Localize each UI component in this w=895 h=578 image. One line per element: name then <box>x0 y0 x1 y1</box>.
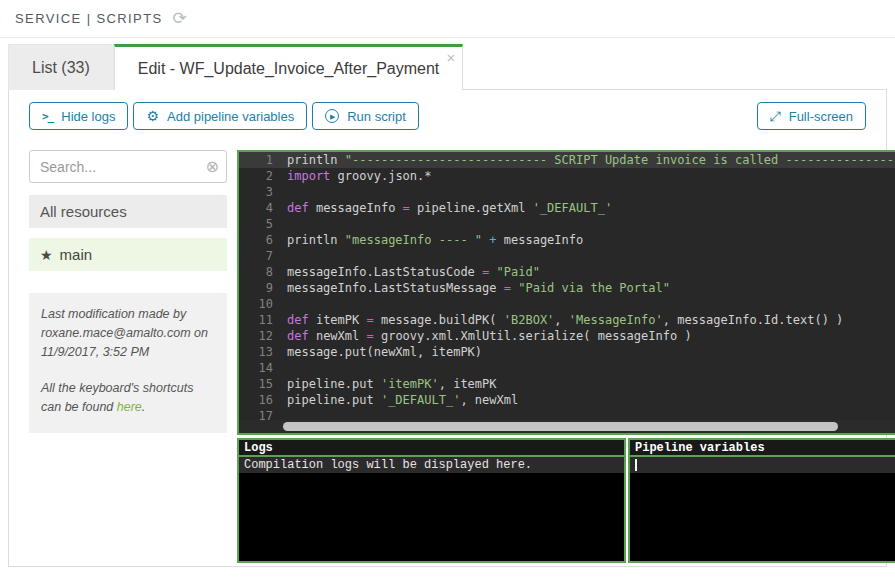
star-icon: ★ <box>40 247 53 263</box>
tab-list[interactable]: List (33) <box>8 44 114 90</box>
line-number: 9 <box>239 280 273 296</box>
main-panel: >_ Hide logs ⚙ Add pipeline variables ▶ … <box>8 89 887 567</box>
add-pipeline-variables-label: Add pipeline variables <box>167 109 294 124</box>
clear-search-icon[interactable]: ⊗ <box>206 157 219 176</box>
shortcuts-link[interactable]: here <box>117 400 142 414</box>
sidebar-item-all-resources[interactable]: All resources <box>29 195 227 228</box>
full-screen-button[interactable]: ⤢ Full-screen <box>757 102 867 130</box>
line-number: 12 <box>239 328 273 344</box>
shortcuts-text: All the keyboard's shortcuts can be foun… <box>41 379 215 417</box>
play-icon: ▶ <box>325 109 339 123</box>
code-line: 1println "--------------------------- SC… <box>239 152 895 168</box>
pipeline-variables-panel: Pipeline variables <box>628 438 895 563</box>
line-number: 16 <box>239 392 273 408</box>
add-pipeline-variables-button[interactable]: ⚙ Add pipeline variables <box>133 102 307 130</box>
tab-bar: List (33) Edit - WF_Update_Invoice_After… <box>8 44 887 90</box>
code-line: 16pipeline.put '_DEFAULT_', newXml <box>239 392 895 408</box>
line-number: 13 <box>239 344 273 360</box>
line-number: 6 <box>239 232 273 248</box>
horizontal-scrollbar-thumb[interactable] <box>283 422 838 431</box>
line-number: 8 <box>239 264 273 280</box>
sidebar-item-label: All resources <box>40 203 127 220</box>
hide-logs-button[interactable]: >_ Hide logs <box>29 102 128 130</box>
line-number: 2 <box>239 168 273 184</box>
info-box: Last modification made by roxane.mace@am… <box>29 293 227 433</box>
text-cursor <box>635 459 637 471</box>
code-line: 7 <box>239 248 895 264</box>
line-number: 17 <box>239 408 273 420</box>
line-number: 4 <box>239 200 273 216</box>
terminal-icon: >_ <box>42 111 53 122</box>
breadcrumb: SERVICE | SCRIPTS <box>15 11 163 26</box>
run-script-button[interactable]: ▶ Run script <box>312 102 419 130</box>
tab-list-label: List (33) <box>32 59 90 77</box>
refresh-icon[interactable]: ⟳ <box>173 10 187 27</box>
code-line: 12def newXml = groovy.xml.XmlUtil.serial… <box>239 328 895 344</box>
line-number: 3 <box>239 184 273 200</box>
code-line: 8messageInfo.LastStatusCode = "Paid" <box>239 264 895 280</box>
code-line: 5 <box>239 216 895 232</box>
code-line: 13message.put(newXml, itemPK) <box>239 344 895 360</box>
logs-message: Compilation logs will be displayed here. <box>239 457 624 473</box>
logs-panel-title: Logs <box>239 440 624 457</box>
horizontal-scrollbar[interactable] <box>239 420 895 433</box>
code-line: 17 <box>239 408 895 420</box>
code-editor[interactable]: 1println "--------------------------- SC… <box>237 150 895 435</box>
code-line: 4def messageInfo = pipeline.getXml '_DEF… <box>239 200 895 216</box>
line-number: 14 <box>239 360 273 376</box>
tab-edit-label: Edit - WF_Update_Invoice_After_Payment <box>138 60 439 78</box>
code-line: 15pipeline.put 'itemPK', itemPK <box>239 376 895 392</box>
code-lines: 1println "--------------------------- SC… <box>239 152 895 420</box>
run-script-label: Run script <box>347 109 406 124</box>
tab-edit[interactable]: Edit - WF_Update_Invoice_After_Payment × <box>114 44 463 90</box>
code-line: 14 <box>239 360 895 376</box>
close-icon[interactable]: × <box>447 50 456 65</box>
search-input[interactable] <box>29 150 227 183</box>
sidebar: ⊗ All resources ★ main Last modification… <box>29 150 227 563</box>
gears-icon: ⚙ <box>146 109 159 123</box>
last-modification-text: Last modification made by roxane.mace@am… <box>41 305 215 361</box>
hide-logs-label: Hide logs <box>61 109 115 124</box>
search-box: ⊗ <box>29 150 227 183</box>
code-line: 6println "messageInfo ---- " + messageIn… <box>239 232 895 248</box>
code-line: 10 <box>239 296 895 312</box>
top-bar: SERVICE | SCRIPTS ⟳ <box>0 0 895 38</box>
line-number: 7 <box>239 248 273 264</box>
full-screen-label: Full-screen <box>789 109 853 124</box>
toolbar: >_ Hide logs ⚙ Add pipeline variables ▶ … <box>19 102 876 130</box>
pipeline-variables-title: Pipeline variables <box>630 440 895 457</box>
logs-panel: Logs Compilation logs will be displayed … <box>237 438 626 563</box>
code-line: 11def itemPK = message.buildPK( 'B2BOX',… <box>239 312 895 328</box>
pipeline-variables-line <box>630 457 895 473</box>
fullscreen-icon: ⤢ <box>770 109 781 123</box>
shortcuts-suffix: . <box>142 400 145 414</box>
code-line: 9messageInfo.LastStatusMessage = "Paid v… <box>239 280 895 296</box>
code-line: 3 <box>239 184 895 200</box>
line-number: 11 <box>239 312 273 328</box>
sidebar-item-label: main <box>60 246 93 263</box>
line-number: 5 <box>239 216 273 232</box>
code-line: 2import groovy.json.* <box>239 168 895 184</box>
line-number: 15 <box>239 376 273 392</box>
line-number: 1 <box>239 152 273 168</box>
sidebar-item-main[interactable]: ★ main <box>29 238 227 271</box>
line-number: 10 <box>239 296 273 312</box>
